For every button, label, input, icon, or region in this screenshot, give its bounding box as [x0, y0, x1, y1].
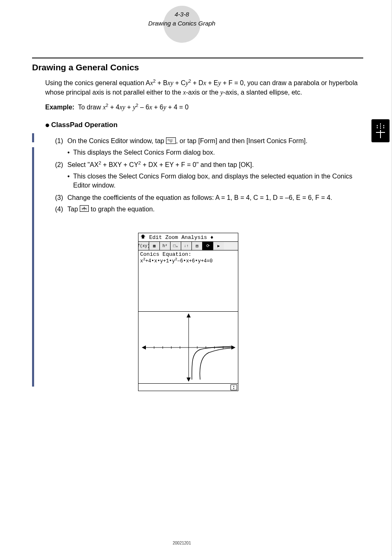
ss-tb-5: ▤: [192, 242, 203, 250]
sub-bullet-icon: •: [67, 148, 73, 157]
ss-tb-6: ⟳: [203, 242, 213, 250]
intro-text: Using the conics general equation Ax2 + …: [45, 79, 357, 96]
step-1-num: (1): [55, 137, 67, 146]
operation-heading-text: ClassPad Operation: [51, 121, 118, 129]
ss-menubar: Edit Zoom Analysis ♦: [138, 233, 238, 242]
ss-eq-label: Conics Equation:: [138, 250, 238, 257]
content-column: Drawing a General Conics Using the conic…: [32, 58, 363, 216]
step-2-num: (2): [55, 160, 67, 169]
step-1-sub-text: This displays the Select Conics Form dia…: [73, 148, 363, 157]
header-text: 4-3-8 Drawing a Conics Graph: [0, 10, 364, 28]
sub-bullet-icon: •: [67, 172, 73, 190]
step-2-text: Select "AX2 + BXY + CY2 + DX + EY + F = …: [67, 160, 363, 169]
ss-menu-appicon: [140, 234, 146, 241]
svg-text:f(xy): f(xy): [168, 139, 173, 141]
ss-menu-zoom: Zoom: [165, 234, 178, 241]
ss-tb-1: ▦: [149, 242, 160, 250]
footer-code: 20021201: [0, 541, 364, 545]
ss-equation: x2+4•x•y+1•y2−6•x+6•y+4=0: [138, 257, 238, 266]
side-tab-icon: [371, 119, 390, 142]
calculator-screenshot: Edit Zoom Analysis ♦ f(xy) ▦ h² □ₒ ↓↑ ▤ …: [138, 233, 238, 391]
horizontal-rule: [32, 58, 363, 58]
step-2-sub-text: This closes the Select Conics Form dialo…: [73, 172, 363, 190]
ss-graph-area: [138, 312, 238, 383]
example-body: To draw x2 + 4xy + y2 – 6x + 6y + 4 = 0: [78, 104, 189, 111]
step-2-sub: • This closes the Select Conics Form dia…: [67, 172, 363, 190]
page: 4-3-8 Drawing a Conics Graph Drawing a G…: [0, 0, 392, 556]
steps-list: (1) On the Conics Editor window, tap f(x…: [55, 137, 363, 214]
step-4-text: Tap to graph the equation.: [67, 205, 363, 214]
ss-tb-7: ▶: [213, 242, 224, 250]
ss-tb-4: ↓↑: [181, 242, 192, 250]
ss-tb-0: f(xy): [138, 242, 149, 250]
svg-marker-10: [187, 313, 191, 317]
ss-tb-3: □ₒ: [171, 242, 181, 250]
step-1: (1) On the Conics Editor window, tap f(x…: [55, 137, 363, 146]
ss-menu-analysis: Analysis: [181, 234, 207, 241]
operation-heading: •ClassPad Operation: [45, 118, 363, 132]
ss-blank-area: [138, 266, 238, 312]
ss-statusbar: ▴▾: [138, 383, 238, 391]
step-4-num: (4): [55, 205, 67, 214]
step-4: (4) Tap to graph the equation.: [55, 205, 363, 214]
graph-icon: [80, 205, 89, 212]
page-header: 4-3-8 Drawing a Conics Graph: [0, 10, 364, 28]
ss-menu-edit: Edit: [149, 234, 162, 241]
svg-marker-11: [187, 378, 191, 382]
header-page-ref: 4-3-8: [0, 10, 364, 19]
step-1-sub: • This displays the Select Conics Form d…: [67, 148, 363, 157]
ss-menu-more: ♦: [210, 234, 214, 241]
step-3-num: (3): [55, 193, 67, 202]
form-icon: f(xy): [166, 137, 176, 144]
step-3-text: Change the coefficients of the equation …: [67, 193, 363, 202]
intro-paragraph: Using the conics general equation Ax2 + …: [45, 78, 363, 97]
ss-status-icon: ▴▾: [231, 385, 237, 390]
ss-toolbar: f(xy) ▦ h² □ₒ ↓↑ ▤ ⟳ ▶: [138, 242, 238, 250]
step-1-text: On the Conics Editor window, tap f(xy), …: [67, 137, 363, 146]
section-heading: Drawing a General Conics: [32, 63, 363, 72]
example-label: Example:: [45, 104, 74, 111]
bullet-icon: •: [45, 118, 50, 132]
header-subtitle: Drawing a Conics Graph: [0, 19, 364, 28]
example-line: Example: To draw x2 + 4xy + y2 – 6x + 6y…: [45, 104, 363, 111]
svg-marker-12: [142, 345, 146, 350]
step-3: (3) Change the coefficients of the equat…: [55, 193, 363, 202]
ss-tb-2: h²: [160, 242, 171, 250]
step-2: (2) Select "AX2 + BXY + CY2 + DX + EY + …: [55, 160, 363, 169]
